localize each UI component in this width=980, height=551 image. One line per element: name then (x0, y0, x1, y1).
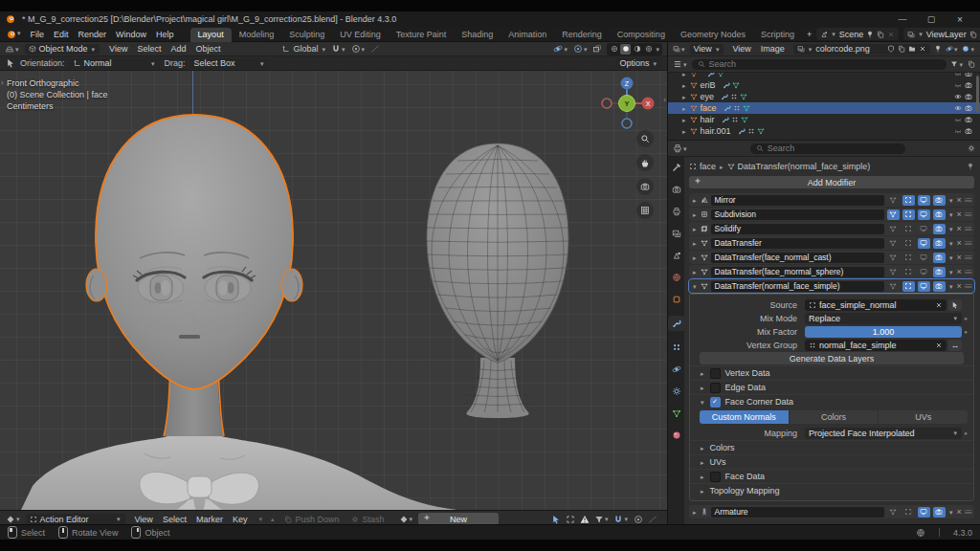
modifier-extras-icon[interactable]: ▾ (948, 240, 954, 247)
section-uvs[interactable]: ▸ UVs (690, 454, 973, 469)
selection-box-icon[interactable] (566, 515, 575, 524)
tab-output[interactable] (668, 206, 684, 217)
generate-data-layers-button[interactable]: Generate Data Layers (700, 352, 964, 364)
proportional-edit-icon[interactable] (634, 515, 643, 524)
drag-handle-icon[interactable]: ≡≡ (965, 196, 971, 205)
workspace-tab-rendering[interactable]: Rendering (554, 28, 610, 42)
model-wire-head[interactable] (425, 143, 570, 418)
section-topology-mapping[interactable]: ▸ Topology Mapping (690, 483, 973, 497)
move-action-up-button[interactable]: ▴ (269, 516, 277, 523)
edit-mode-toggle[interactable] (902, 253, 915, 263)
remove-modifier-icon[interactable]: × (956, 209, 961, 219)
clear-vertex-group-icon[interactable] (935, 342, 943, 349)
modifier-name-field[interactable]: Subdivision (711, 209, 884, 220)
tab-modifiers[interactable] (668, 316, 684, 331)
viewport-canvas[interactable]: Front Orthographic (0) Scene Collection … (0, 71, 667, 510)
scene-selector[interactable]: ▾ Scene (816, 28, 899, 40)
orientation-dropdown[interactable]: Normal▾ (70, 58, 160, 69)
editor-type-button[interactable]: ▾ (5, 44, 20, 54)
tab-view-layer[interactable] (668, 228, 684, 239)
remove-modifier-icon[interactable]: × (956, 238, 961, 248)
drag-handle-icon[interactable]: ≡≡ (965, 239, 971, 248)
workspace-tab-animation[interactable]: Animation (501, 28, 554, 42)
add-workspace-button[interactable]: + (802, 30, 816, 39)
properties-editor-type-button[interactable]: ▾ (673, 143, 688, 153)
disclosure-icon[interactable]: ▸ (681, 73, 687, 77)
section-face-corner-data[interactable]: ▾✓ Face Corner Data (690, 394, 973, 408)
expand-icon[interactable]: ▾ (692, 283, 698, 290)
show-overlays-button[interactable]: ▾ (573, 44, 589, 54)
menu-viewport-add[interactable]: Add (166, 44, 190, 54)
menu-dope-view[interactable]: View (130, 515, 158, 524)
section-vertex-data[interactable]: ▸ Vertex Data (690, 365, 973, 380)
pin-icon[interactable] (866, 31, 874, 38)
render-visibility-icon[interactable] (965, 127, 972, 135)
tab-material[interactable] (668, 430, 684, 441)
visibility-on-icon[interactable] (954, 93, 962, 100)
disclosure-icon[interactable]: ▸ (681, 82, 687, 89)
expand-icon[interactable]: ▸ (692, 509, 698, 516)
modifier-name-field[interactable]: Mirror (711, 195, 884, 206)
pan-button[interactable] (636, 154, 654, 171)
tab-scene[interactable] (668, 250, 684, 261)
render-toggle[interactable] (933, 195, 946, 206)
workspace-tab-modeling[interactable]: Modeling (232, 28, 282, 42)
breadcrumb-pin-icon[interactable] (967, 163, 974, 170)
select-cursor-icon[interactable] (551, 515, 561, 524)
render-visibility-icon[interactable] (965, 93, 972, 100)
close-button[interactable]: × (946, 14, 974, 25)
image-datablock[interactable]: ▾ colorcode.png (793, 44, 930, 55)
render-toggle[interactable] (933, 238, 946, 249)
zoom-button[interactable] (636, 130, 654, 147)
on-cage-toggle[interactable] (887, 224, 900, 234)
remove-modifier-icon[interactable]: × (956, 281, 961, 291)
on-cage-toggle[interactable] (887, 209, 900, 220)
filter-button[interactable]: ▾ (594, 515, 610, 524)
on-cage-toggle[interactable] (887, 507, 900, 518)
modifier-extras-icon[interactable]: ▾ (948, 211, 954, 218)
tab-constraints[interactable] (668, 386, 684, 397)
transform-orientation-selector[interactable]: Global▾ (282, 44, 326, 54)
section-colors[interactable]: ▸ Colors (690, 440, 973, 454)
outliner-row-eye[interactable]: ▸eye (668, 91, 980, 102)
unlink-image-icon[interactable] (919, 45, 926, 53)
drag-handle-icon[interactable]: ≡≡ (965, 508, 971, 517)
workspace-tab-layout[interactable]: Layout (190, 28, 232, 42)
drag-handle-icon[interactable]: ≡≡ (965, 210, 971, 219)
expand-icon[interactable]: ▸ (692, 240, 698, 247)
outliner-row[interactable]: ▸ (668, 73, 980, 79)
expand-icon[interactable]: ▸ (692, 211, 698, 218)
remove-modifier-icon[interactable]: × (956, 507, 961, 517)
tab-object-data[interactable] (668, 408, 684, 419)
outliner-editor-type-button[interactable]: ▾ (673, 59, 688, 69)
minimize-button[interactable]: — (888, 14, 917, 24)
realtime-toggle[interactable] (918, 238, 930, 249)
modifier-row-subdivision[interactable]: ▸Subdivision▾×≡≡ (689, 208, 974, 221)
workspace-tab-geometry-nodes[interactable]: Geometry Nodes (673, 28, 753, 42)
disclosure-icon[interactable]: ▸ (681, 105, 687, 112)
modifier-row-datatransfer-face-mormal-sphere-[interactable]: ▸DataTransfer(face_mormal_sphere)▾×≡≡ (689, 265, 974, 278)
modifier-row-mirror[interactable]: ▸Mirror▾×≡≡ (689, 193, 974, 207)
remove-modifier-icon[interactable]: × (956, 224, 961, 233)
tab-uvs[interactable]: UVs (879, 410, 968, 424)
edit-mode-toggle[interactable] (902, 267, 915, 277)
modifier-row-datatransfer[interactable]: ▸DataTransfer▾×≡≡ (689, 236, 974, 250)
menu-main-window[interactable]: Window (111, 30, 151, 39)
properties-search-input[interactable]: Search (750, 143, 905, 154)
image-editor-type-button[interactable]: ▾ (673, 45, 686, 53)
menu-viewport-object[interactable]: Object (190, 44, 225, 54)
outliner-row[interactable]: ▸ (668, 137, 980, 140)
mode-selector[interactable]: Object Mode▾ (25, 44, 100, 55)
new-scene-icon[interactable] (877, 31, 884, 38)
mix-factor-slider[interactable]: 1.000 (805, 326, 962, 338)
visibility-off-icon[interactable] (954, 81, 962, 89)
open-image-folder-icon[interactable] (908, 45, 916, 53)
expand-icon[interactable]: ▸ (692, 226, 698, 232)
push-down-button[interactable]: Push Down (280, 515, 343, 524)
sidebar-collapse-icon[interactable]: ‹ (663, 96, 666, 104)
toggle-ortho-button[interactable] (636, 202, 654, 219)
visibility-off-icon[interactable] (954, 73, 962, 77)
menu-main-file[interactable]: File (26, 30, 50, 39)
drag-handle-icon[interactable]: ≡≡ (965, 225, 971, 233)
workspace-tab-compositing[interactable]: Compositing (610, 28, 673, 42)
